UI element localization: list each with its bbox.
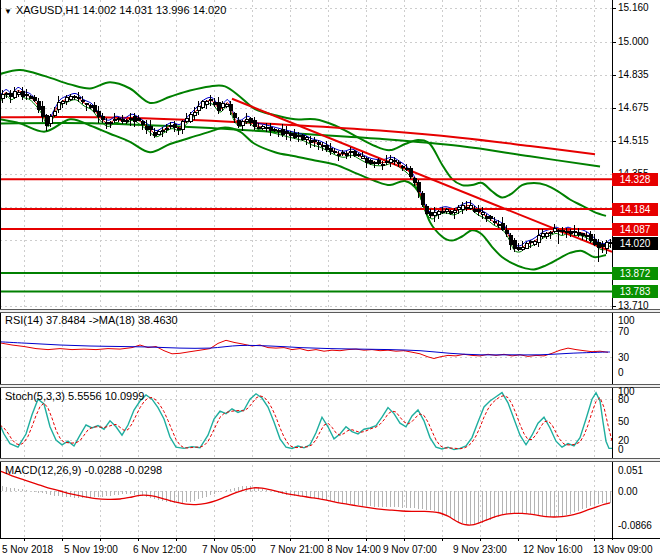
rsi-scale-label[interactable]: 0 — [618, 367, 624, 378]
price-level-badge: 13.872 — [612, 267, 658, 280]
panel-separator[interactable] — [0, 458, 660, 462]
macd-scale-label[interactable]: -0.0866 — [618, 520, 652, 531]
main-chart[interactable] — [0, 70, 612, 291]
macd-histogram — [3, 486, 611, 525]
macd-panel-label: MACD(12,26,9) -0.0288 -0.0298 — [5, 464, 162, 476]
chart-window: ▼XAGUSD,H1 14.002 14.031 13.996 14.020 R… — [0, 0, 660, 560]
panel-separator[interactable] — [0, 309, 660, 313]
symbol-dropdown-icon[interactable]: ▼ — [4, 7, 12, 16]
price-tick-label[interactable]: 14.675 — [618, 102, 658, 114]
price-tick-label[interactable]: 14.835 — [618, 69, 658, 81]
time-axis-label[interactable]: 5 Nov 2018 — [2, 544, 53, 555]
time-axis-label[interactable]: 8 Nov 14:00 — [327, 544, 381, 555]
symbol-period-label: XAGUSD,H1 — [16, 4, 80, 16]
time-axis-label[interactable]: 7 Nov 21:00 — [270, 544, 324, 555]
price-tick-label[interactable]: 15.160 — [618, 2, 658, 14]
macd-panel[interactable] — [0, 471, 611, 525]
time-axis-label[interactable]: 6 Nov 12:00 — [133, 544, 187, 555]
ohlc-values: 14.002 14.031 13.996 14.020 — [83, 4, 227, 16]
price-tick-label[interactable]: 15.000 — [618, 36, 658, 48]
time-axis-label[interactable]: 12 Nov 16:00 — [523, 544, 583, 555]
price-level-badge: 14.328 — [612, 173, 658, 186]
bollinger-upper-band — [0, 70, 606, 216]
chart-header: ▼XAGUSD,H1 14.002 14.031 13.996 14.020 — [4, 4, 226, 16]
rsi-panel-label: RSI(14) 37.8484 ->MA(18) 38.4630 — [5, 314, 178, 326]
time-axis-label[interactable]: 9 Nov 07:00 — [383, 544, 437, 555]
price-tick-label[interactable]: 13.710 — [618, 300, 658, 312]
stoch-scale-label[interactable]: 50 — [618, 416, 629, 427]
chart-canvas[interactable] — [0, 0, 660, 560]
rsi-scale-label[interactable]: 30 — [618, 352, 629, 363]
time-axis-label[interactable]: 9 Nov 23:00 — [453, 544, 507, 555]
macd-scale-label[interactable]: 0.00 — [618, 486, 637, 497]
time-axis-label[interactable]: 5 Nov 19:00 — [64, 544, 118, 555]
price-tick-label[interactable]: 14.515 — [618, 135, 658, 147]
price-level-badge: 14.020 — [612, 237, 658, 250]
stoch-panel-label: Stoch(5,3,3) 5.5556 10.0999 — [5, 390, 144, 402]
panel-separator[interactable] — [0, 384, 660, 388]
rsi-line — [0, 340, 608, 358]
price-level-badge: 13.783 — [612, 285, 658, 298]
stoch-scale-label[interactable]: 80 — [618, 394, 629, 405]
stoch-scale-label[interactable]: 0 — [618, 444, 624, 455]
rsi-scale-label[interactable]: 70 — [618, 326, 629, 337]
time-axis-label[interactable]: 13 Nov 09:00 — [593, 544, 653, 555]
longterm-green-ma[interactable] — [0, 123, 600, 167]
price-level-badge: 14.087 — [612, 223, 658, 236]
rsi-scale-label[interactable]: 100 — [618, 315, 635, 326]
macd-scale-label[interactable]: 0.051 — [618, 465, 643, 476]
rsi-ma-line — [0, 342, 610, 355]
time-axis-label[interactable]: 7 Nov 05:00 — [202, 544, 256, 555]
price-level-badge: 14.184 — [612, 203, 658, 216]
